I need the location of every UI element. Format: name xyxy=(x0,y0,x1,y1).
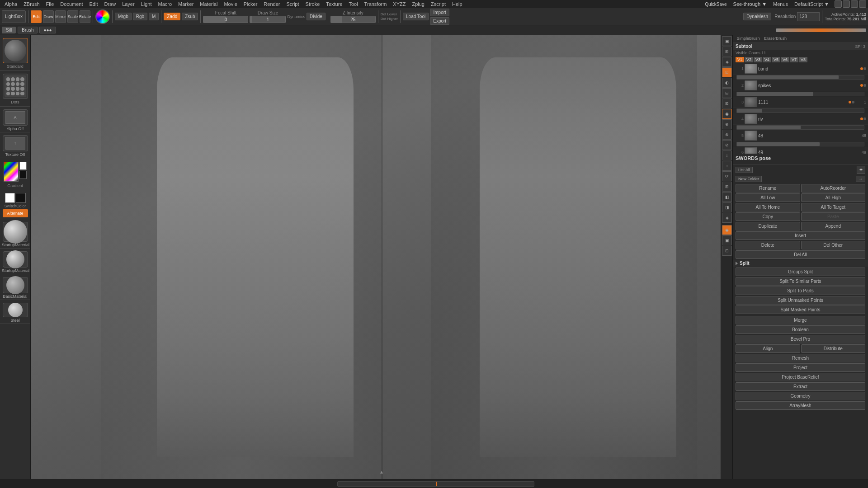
resolution-input[interactable] xyxy=(797,12,820,21)
menu-light[interactable]: Light xyxy=(138,1,155,7)
all-to-target-btn[interactable]: All To Target xyxy=(801,203,866,211)
menu-tool[interactable]: Tool xyxy=(346,1,360,7)
ri-btn-8[interactable]: ◉ xyxy=(722,109,732,119)
menu-stroke[interactable]: Stroke xyxy=(303,1,323,7)
ri-btn-2[interactable]: ⊞ xyxy=(722,47,732,56)
rgb-btn[interactable]: Rgb xyxy=(133,13,147,20)
switch-white[interactable] xyxy=(5,193,15,203)
draw-mode-rotate-btn[interactable]: Rotate xyxy=(80,10,90,23)
array-mesh-btn[interactable]: ArrayMesh xyxy=(736,401,865,410)
menu-zplug[interactable]: Zplug xyxy=(409,1,427,7)
menu-marker[interactable]: Marker xyxy=(175,1,196,7)
t2-btn-brush[interactable]: Brush xyxy=(18,27,38,33)
split-similar-btn[interactable]: Split To Similar Parts xyxy=(736,277,865,286)
z-intensity-slider[interactable]: 25 xyxy=(330,16,376,23)
menu-script[interactable]: Script xyxy=(283,1,302,7)
ri-btn-9[interactable]: ⊕ xyxy=(722,119,732,129)
menu-movie[interactable]: Movie xyxy=(221,1,240,7)
split-to-parts-btn[interactable]: Split To Parts xyxy=(736,286,865,295)
menu-zbrush[interactable]: ZBrush xyxy=(21,1,42,7)
color-picker[interactable] xyxy=(95,9,110,24)
quicksave-btn[interactable]: QuickSave xyxy=(702,1,729,7)
import-btn[interactable]: Import xyxy=(430,9,449,16)
project-base-relief-btn[interactable]: Project BaseRelief xyxy=(736,373,865,381)
ri-btn-1[interactable]: ▣ xyxy=(722,36,732,46)
ri-btn-14[interactable]: ⟳ xyxy=(722,171,732,181)
menu-transform[interactable]: Transform xyxy=(362,1,390,7)
split-masked-btn[interactable]: Split Masked Points xyxy=(736,305,865,314)
icon-btn-4[interactable] xyxy=(859,0,866,8)
ri-btn-3[interactable]: ◈ xyxy=(722,57,732,67)
draw-mode-draw[interactable]: Draw xyxy=(43,10,54,23)
all-to-home-btn[interactable]: All To Home xyxy=(736,203,800,211)
draw-mode-edit[interactable]: Edit xyxy=(31,10,42,23)
zadd-btn[interactable]: Zadd xyxy=(164,13,180,20)
menu-file[interactable]: File xyxy=(43,1,57,7)
auto-reorder-btn[interactable]: AutoReorder xyxy=(801,184,866,192)
focal-shift-slider[interactable]: 0 xyxy=(203,16,248,23)
ri-btn-15[interactable]: ⊞ xyxy=(722,182,732,192)
alternate-btn[interactable]: Alternate xyxy=(3,209,28,217)
menu-layer[interactable]: Layer xyxy=(119,1,137,7)
split-unmasked-btn[interactable]: Split Unmasked Points xyxy=(736,296,865,305)
subtool-item-band[interactable]: 1 band xyxy=(733,63,868,75)
menu-texture[interactable]: Texture xyxy=(323,1,345,7)
texture-btn[interactable]: T xyxy=(3,135,28,151)
extract-btn[interactable]: Extract xyxy=(736,382,865,391)
delete-btn[interactable]: Delete xyxy=(736,241,800,249)
ri-btn-4[interactable]: ⊡ xyxy=(722,67,732,77)
lightbox-btn[interactable]: LightBox xyxy=(2,10,26,23)
timeline-area[interactable] xyxy=(337,481,534,487)
divide-btn[interactable]: Divide xyxy=(307,13,326,20)
del-other-btn[interactable]: Del Other xyxy=(801,241,866,249)
groups-split-btn[interactable]: Groups Split xyxy=(736,267,865,276)
new-folder-btn[interactable]: New Folder xyxy=(736,176,762,182)
menu-draw[interactable]: Draw xyxy=(101,1,118,7)
list-all-plus[interactable]: + xyxy=(857,166,865,174)
menu-picker[interactable]: Picker xyxy=(241,1,260,7)
ri-btn-10[interactable]: ⊗ xyxy=(722,130,732,140)
export-btn[interactable]: Export xyxy=(430,17,449,25)
v1-btn[interactable]: V1 xyxy=(736,57,744,62)
icon-btn-1[interactable] xyxy=(835,0,842,8)
menu-render[interactable]: Render xyxy=(261,1,283,7)
t2-btn-sill[interactable]: Sill xyxy=(2,27,16,33)
align-btn[interactable]: Align xyxy=(736,344,800,353)
boolean-btn[interactable]: Boolean xyxy=(736,325,865,334)
insert-btn[interactable]: Insert xyxy=(736,231,865,240)
menus-btn[interactable]: Menus xyxy=(770,1,791,7)
ri-btn-20[interactable]: ▣ xyxy=(722,235,732,245)
v8-btn[interactable]: V8 xyxy=(799,57,807,62)
draw-mode-scale-btn[interactable]: Scale xyxy=(67,10,78,23)
icon-btn-2[interactable] xyxy=(843,0,850,8)
split-section-header[interactable]: Split xyxy=(733,260,868,267)
ri-btn-5[interactable]: ◐ xyxy=(722,78,732,88)
ri-btn-12[interactable]: ↕ xyxy=(722,150,732,160)
v5-btn[interactable]: V5 xyxy=(772,57,780,62)
ri-btn-19[interactable]: ◉ xyxy=(722,225,732,235)
see-through-label[interactable]: See-through ▼ xyxy=(731,1,770,7)
subtool-item-riv[interactable]: 4 riv xyxy=(733,113,868,125)
subtool-item-1111[interactable]: 3 1111 1 xyxy=(733,97,868,108)
menu-material[interactable]: Material xyxy=(197,1,220,7)
remesh-btn[interactable]: Remesh xyxy=(736,354,865,362)
color-gradient-swatch[interactable] xyxy=(4,162,19,182)
switch-black[interactable] xyxy=(16,193,26,203)
mrgb-btn[interactable]: Mrgb xyxy=(115,13,132,20)
duplicate-btn[interactable]: Duplicate xyxy=(736,222,800,230)
project-btn[interactable]: Project xyxy=(736,363,865,372)
ri-btn-7[interactable]: ⊠ xyxy=(722,99,732,108)
basic-material-btn[interactable] xyxy=(3,277,28,293)
subtool-item-49[interactable]: 6 49 49 xyxy=(733,147,868,154)
append-btn[interactable]: Append xyxy=(801,222,866,230)
dynamesh-btn[interactable]: DynaMesh xyxy=(743,13,771,20)
color-white-swatch[interactable] xyxy=(19,162,27,170)
default-script-btn[interactable]: DefaultScript ▼ xyxy=(792,1,832,7)
bevel-pro-btn[interactable]: Bevel Pro xyxy=(736,335,865,343)
v2-btn[interactable]: V2 xyxy=(745,57,753,62)
t2-btn-stroke-controls[interactable]: ●●● xyxy=(39,27,56,33)
ri-btn-11[interactable]: ⊘ xyxy=(722,140,732,150)
ri-btn-18[interactable]: ◈ xyxy=(722,213,732,223)
list-all-btn[interactable]: List All xyxy=(736,167,753,173)
menu-alpha[interactable]: Alpha xyxy=(2,1,20,7)
